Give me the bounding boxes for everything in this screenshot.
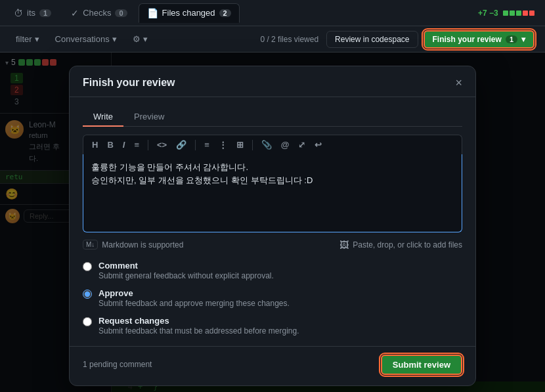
modal-body: Write Preview H B I ≡ <> 🔗 ≡ ⋮ ⊞	[70, 97, 475, 346]
toolbar-sep-1	[148, 140, 148, 150]
files-viewed-count: 0 / 2 files viewed	[260, 35, 318, 44]
toolbar-right: Review in codespace Finish your review 1…	[326, 30, 534, 49]
conversations-label: Conversations	[55, 34, 110, 44]
toolbar-left: filter ▾ Conversations ▾ ⚙ ▾	[11, 32, 252, 47]
tab-checks-badge: 0	[115, 9, 127, 17]
request-changes-radio[interactable]	[83, 317, 92, 326]
tab-commits[interactable]: ⏱ its 1	[5, 3, 60, 23]
modal-header: Finish your review ×	[70, 66, 475, 97]
tab-commits-label: its	[27, 8, 35, 18]
filter-button[interactable]: filter ▾	[11, 32, 45, 47]
code-icon[interactable]: <>	[154, 138, 170, 152]
filter-label: filter	[16, 34, 32, 44]
tab-files-changed-badge: 2	[219, 9, 231, 17]
option-request-changes: Request changes Submit feedback that mus…	[83, 316, 462, 336]
main-content: ▾ 5 1 2 3 🐱	[0, 53, 545, 392]
request-changes-option-desc: Submit feedback that must be addressed b…	[98, 326, 299, 336]
option-comment: Comment Submit general feedback without …	[83, 261, 462, 280]
finish-review-label: Finish your review	[433, 35, 502, 44]
comment-option-desc: Submit general feedback without explicit…	[98, 271, 274, 280]
commits-icon: ⏱	[14, 8, 23, 18]
modal-overlay: Finish your review × Write Preview H B I…	[0, 53, 545, 392]
comment-option-content: Comment Submit general feedback without …	[98, 261, 274, 280]
approve-option-content: Approve Submit feedback and approve merg…	[98, 288, 290, 308]
mention-icon[interactable]: @	[278, 138, 293, 152]
markdown-icon: M↓	[83, 240, 98, 250]
italic-icon[interactable]: I	[120, 138, 129, 152]
modal-footer: 1 pending comment Submit review	[70, 346, 475, 385]
ordered-list-icon[interactable]: ≡	[201, 138, 213, 152]
toolbar: filter ▾ Conversations ▾ ⚙ ▾ 0 / 2 files…	[0, 26, 545, 53]
modal-close-button[interactable]: ×	[455, 77, 462, 89]
finish-review-count: 1	[506, 35, 517, 43]
tab-checks-label: Checks	[83, 8, 111, 18]
file-note[interactable]: 🖼 Paste, drop, or click to add files	[339, 240, 462, 250]
tab-checks[interactable]: ✓ Checks 0	[62, 3, 135, 23]
request-changes-option-label: Request changes	[98, 316, 299, 326]
strikethrough-icon[interactable]: ≡	[131, 138, 142, 152]
modal-title: Finish your review	[83, 77, 175, 89]
file-label: Paste, drop, or click to add files	[353, 240, 462, 250]
conversations-button[interactable]: Conversations ▾	[50, 32, 122, 47]
diff-stats: +7 −3	[478, 9, 534, 18]
approve-option-label: Approve	[98, 288, 290, 298]
unordered-list-icon[interactable]: ⋮	[215, 138, 230, 152]
approve-option-desc: Submit feedback and approve merging thes…	[98, 299, 290, 308]
preview-tab[interactable]: Preview	[123, 108, 175, 127]
attach-icon[interactable]: 📎	[258, 138, 275, 152]
heading-icon[interactable]: H	[89, 138, 101, 152]
tab-bar: ⏱ its 1 ✓ Checks 0 📄 Files changed 2 +7 …	[0, 0, 545, 26]
undo-icon[interactable]: ↩	[311, 138, 325, 152]
option-approve: Approve Submit feedback and approve merg…	[83, 288, 462, 308]
settings-chevron-icon: ▾	[143, 34, 148, 44]
editor-toolbar: H B I ≡ <> 🔗 ≡ ⋮ ⊞ 📎 @ ⤢ ↩	[83, 135, 462, 154]
write-tab[interactable]: Write	[83, 108, 123, 127]
settings-button[interactable]: ⚙ ▾	[127, 32, 153, 47]
markdown-note: M↓ Markdown is supported	[83, 240, 183, 250]
link-icon[interactable]: 🔗	[173, 138, 190, 152]
conversations-chevron-icon: ▾	[112, 34, 117, 44]
finish-review-chevron-icon: ▾	[521, 35, 525, 44]
comment-radio[interactable]	[83, 262, 92, 271]
finish-review-modal: Finish your review × Write Preview H B I…	[69, 66, 476, 386]
pending-comment-count: 1 pending comment	[83, 360, 152, 369]
editor-tabs: Write Preview	[83, 108, 462, 127]
request-changes-option-content: Request changes Submit feedback that mus…	[98, 316, 299, 336]
tab-files-changed[interactable]: 📄 Files changed 2	[139, 3, 240, 23]
review-textarea[interactable]	[83, 154, 462, 232]
approve-radio[interactable]	[83, 290, 92, 299]
files-changed-icon: 📄	[147, 8, 158, 18]
fullscreen-icon[interactable]: ⤢	[295, 138, 309, 152]
submit-review-button[interactable]: Submit review	[381, 355, 462, 375]
comment-option-label: Comment	[98, 261, 274, 271]
image-icon: 🖼	[339, 240, 349, 250]
editor-footer: M↓ Markdown is supported 🖼 Paste, drop, …	[83, 240, 462, 250]
markdown-label: Markdown is supported	[102, 240, 183, 250]
toolbar-sep-3	[252, 140, 253, 150]
task-list-icon[interactable]: ⊞	[233, 138, 247, 152]
radio-group: Comment Submit general feedback without …	[83, 261, 462, 336]
finish-review-button[interactable]: Finish your review 1 ▾	[424, 30, 535, 49]
gear-icon: ⚙	[133, 34, 141, 44]
review-codespace-button[interactable]: Review in codespace	[326, 31, 418, 48]
tab-commits-badge: 1	[39, 9, 51, 17]
tab-files-changed-label: Files changed	[162, 8, 215, 18]
checks-icon: ✓	[71, 8, 79, 18]
bold-icon[interactable]: B	[104, 138, 116, 152]
filter-chevron-icon: ▾	[35, 34, 39, 44]
toolbar-sep-2	[195, 140, 196, 150]
